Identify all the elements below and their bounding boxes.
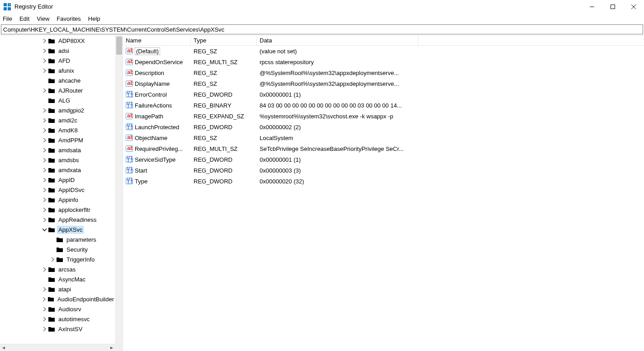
column-header-data[interactable]: Data — [257, 36, 418, 45]
tree-item[interactable]: amdgpio2 — [0, 105, 115, 115]
tree-item[interactable]: ADP80XX — [0, 36, 115, 46]
tree-item[interactable]: AppXSvc — [0, 225, 115, 234]
tree-item[interactable]: amdsbs — [0, 155, 115, 165]
chevron-down-icon[interactable] — [41, 228, 48, 232]
tree-item[interactable]: ahcache — [0, 75, 115, 85]
menu-file[interactable]: File — [3, 15, 12, 22]
chevron-right-icon[interactable] — [41, 128, 48, 132]
tree-item[interactable]: amdsata — [0, 145, 115, 155]
chevron-right-icon[interactable] — [41, 89, 48, 93]
value-row[interactable]: LaunchProtectedREG_DWORD0x00000002 (2) — [123, 122, 644, 132]
tree-pane: ADP80XXadsiAFDafunixahcacheAJRouterALGam… — [0, 36, 123, 351]
tree-item[interactable]: adsi — [0, 46, 115, 56]
address-input[interactable] — [1, 24, 643, 34]
tree-item[interactable]: Appinfo — [0, 195, 115, 205]
tree-vertical-scrollbar[interactable] — [115, 36, 123, 344]
tree-item[interactable]: AppID — [0, 175, 115, 185]
chevron-right-icon[interactable] — [41, 158, 48, 162]
close-button[interactable] — [623, 0, 644, 14]
chevron-right-icon[interactable] — [41, 118, 48, 122]
svg-rect-10 — [611, 5, 615, 9]
tree-item[interactable]: AFD — [0, 56, 115, 66]
value-row[interactable]: FailureActionsREG_BINARY84 03 00 00 00 0… — [123, 100, 644, 111]
chevron-right-icon[interactable] — [41, 307, 48, 311]
value-row[interactable]: DisplayNameREG_SZ@%SystemRoot%\system32\… — [123, 78, 644, 89]
tree-item[interactable]: Audiosrv — [0, 304, 115, 314]
tree-item-label: AppXSvc — [57, 226, 84, 234]
folder-icon — [48, 157, 55, 163]
chevron-right-icon[interactable] — [41, 39, 48, 43]
list-header: Name Type Data — [123, 36, 644, 46]
value-row[interactable]: ImagePathREG_EXPAND_SZ%systemroot%\syste… — [123, 111, 644, 122]
chevron-right-icon[interactable] — [41, 178, 48, 182]
tree-item[interactable]: TriggerInfo — [0, 254, 115, 264]
value-row[interactable]: RequiredPrivileg...REG_MULTI_SZSeTcbPriv… — [123, 143, 644, 154]
tree-item-label: autotimesvc — [57, 316, 91, 323]
tree-item[interactable]: AudioEndpointBuilder — [0, 294, 115, 304]
menu-edit[interactable]: Edit — [19, 15, 29, 22]
chevron-right-icon[interactable] — [41, 138, 48, 142]
binary-value-icon — [126, 178, 133, 185]
tree-item[interactable]: applockerfltr — [0, 205, 115, 215]
menu-view[interactable]: View — [37, 15, 49, 22]
tree-item[interactable]: arcsas — [0, 264, 115, 274]
tree-item[interactable]: AJRouter — [0, 85, 115, 95]
tree-item[interactable]: ALG — [0, 95, 115, 105]
tree-view[interactable]: ADP80XXadsiAFDafunixahcacheAJRouterALGam… — [0, 36, 115, 344]
chevron-right-icon[interactable] — [41, 198, 48, 202]
chevron-right-icon[interactable] — [41, 317, 48, 321]
chevron-right-icon[interactable] — [41, 188, 48, 192]
tree-item[interactable]: autotimesvc — [0, 314, 115, 324]
tree-item[interactable]: AppIDSvc — [0, 185, 115, 195]
tree-item[interactable]: afunix — [0, 66, 115, 75]
tree-item[interactable]: amdi2c — [0, 115, 115, 125]
value-row[interactable]: ErrorControlREG_DWORD0x00000001 (1) — [123, 89, 644, 100]
value-row[interactable]: (Default)REG_SZ(value not set) — [123, 46, 644, 56]
chevron-right-icon[interactable] — [41, 69, 48, 73]
column-header-type[interactable]: Type — [191, 36, 257, 45]
tree-item[interactable]: AmdK8 — [0, 125, 115, 135]
minimize-button[interactable] — [582, 0, 602, 14]
value-row[interactable]: ObjectNameREG_SZLocalSystem — [123, 132, 644, 143]
chevron-right-icon[interactable] — [41, 297, 47, 301]
tree-item[interactable]: AxInstSV — [0, 324, 115, 334]
chevron-right-icon[interactable] — [41, 168, 48, 172]
tree-item[interactable]: Security — [0, 244, 115, 254]
tree-item[interactable]: parameters — [0, 234, 115, 244]
chevron-right-icon[interactable] — [41, 327, 48, 331]
binary-value-icon — [126, 91, 133, 98]
folder-icon — [47, 296, 54, 302]
string-value-icon — [126, 47, 133, 55]
chevron-right-icon[interactable] — [41, 267, 48, 271]
chevron-right-icon[interactable] — [41, 208, 48, 212]
tree-item[interactable]: atapi — [0, 284, 115, 294]
value-row[interactable]: DependOnServiceREG_MULTI_SZrpcss statere… — [123, 56, 644, 67]
menu-help[interactable]: Help — [88, 15, 100, 22]
chevron-right-icon[interactable] — [41, 218, 48, 222]
chevron-right-icon[interactable] — [41, 148, 48, 152]
value-name: DependOnService — [135, 59, 183, 66]
tree-item[interactable]: AmdPPM — [0, 135, 115, 145]
folder-icon — [48, 306, 55, 312]
value-name: RequiredPrivileg... — [135, 145, 183, 152]
tree-item[interactable]: AppReadiness — [0, 215, 115, 225]
chevron-right-icon[interactable] — [41, 59, 48, 63]
value-row[interactable]: TypeREG_DWORD0x00000020 (32) — [123, 176, 644, 187]
chevron-right-icon[interactable] — [41, 287, 48, 291]
tree-item[interactable]: amdxata — [0, 165, 115, 175]
tree-horizontal-scrollbar[interactable]: ◄► — [0, 344, 115, 351]
value-row[interactable]: ServiceSidTypeREG_DWORD0x00000001 (1) — [123, 154, 644, 165]
chevron-right-icon[interactable] — [41, 108, 48, 112]
maximize-button[interactable] — [602, 0, 623, 14]
chevron-right-icon[interactable] — [49, 257, 56, 262]
menu-favorites[interactable]: Favorites — [57, 15, 80, 22]
tree-item[interactable]: AsyncMac — [0, 274, 115, 284]
value-row[interactable]: StartREG_DWORD0x00000003 (3) — [123, 165, 644, 176]
folder-icon — [48, 197, 55, 203]
value-row[interactable]: DescriptionREG_SZ@%SystemRoot%\system32\… — [123, 67, 644, 78]
list-body[interactable]: (Default)REG_SZ(value not set)DependOnSe… — [123, 46, 644, 187]
chevron-right-icon[interactable] — [41, 49, 48, 53]
binary-value-icon — [126, 156, 133, 163]
addressbar-container — [0, 23, 644, 35]
column-header-name[interactable]: Name — [123, 36, 191, 45]
